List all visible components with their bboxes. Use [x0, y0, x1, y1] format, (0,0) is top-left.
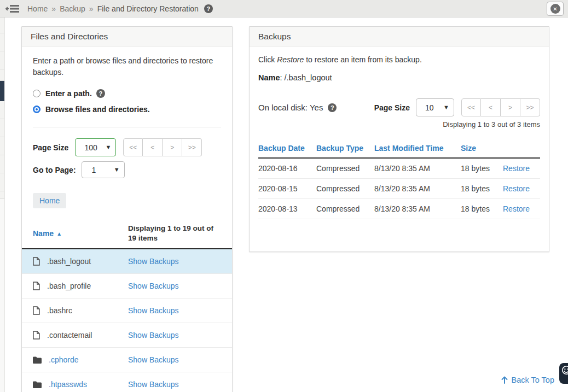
sidebar-item-active[interactable]: [0, 81, 4, 101]
backup-modified: 8/13/20 8:35 AM: [374, 204, 461, 213]
folder-row-htpasswds[interactable]: .htpasswds Show Backups: [22, 372, 232, 392]
folder-row-cphorde[interactable]: .cphorde Show Backups: [22, 348, 232, 372]
backup-modified: 8/13/20 8:35 AM: [374, 164, 461, 173]
show-backups-link[interactable]: Show Backups: [128, 257, 222, 266]
page-size-select-wrap: 100 ▼: [75, 138, 116, 156]
last-modified-header: Last Modified Time: [374, 144, 461, 153]
collapsed-sidebar[interactable]: [0, 17, 5, 392]
name-column-sort[interactable]: Name ▲: [33, 229, 128, 238]
sidebar-item[interactable]: [0, 51, 4, 69]
goto-page-select-wrap: 1 ▼: [82, 161, 125, 178]
files-panel-title: Files and Directories: [22, 27, 232, 46]
backup-row: 2020-08-15 Compressed 8/13/20 8:35 AM 18…: [258, 179, 540, 199]
sidebar-item[interactable]: [0, 191, 4, 199]
collapse-sidebar-button[interactable]: [5, 3, 20, 14]
next-page-button[interactable]: >: [501, 98, 520, 116]
breadcrumb-separator: »: [51, 4, 56, 13]
sidebar-item[interactable]: [0, 101, 4, 119]
backups-panel: Backups Click Restore to restore an item…: [249, 26, 549, 252]
on-local-disk-status: On local disk: Yes ?: [258, 103, 337, 112]
file-row-bash-profile[interactable]: .bash_profile Show Backups: [22, 274, 232, 299]
backups-table: Backup Date Backup Type Last Modified Ti…: [258, 144, 540, 219]
breadcrumb-backup-link[interactable]: Backup: [60, 4, 85, 13]
radio-unchecked-icon: [33, 90, 40, 97]
radio-enter-path[interactable]: Enter a path. ?: [33, 89, 221, 98]
restore-link[interactable]: Restore: [503, 164, 540, 173]
first-page-button[interactable]: <<: [461, 98, 481, 116]
breadcrumb-home-link[interactable]: Home: [27, 4, 48, 13]
files-and-directories-panel: Files and Directories Enter a path or br…: [21, 26, 233, 392]
backups-pagination: << < > >>: [461, 98, 540, 116]
file-icon: [33, 257, 40, 266]
file-row-contactemail[interactable]: .contactemail Show Backups: [22, 323, 232, 348]
page-size-label: Page Size: [33, 143, 68, 152]
backup-type: Compressed: [316, 184, 374, 193]
show-backups-link[interactable]: Show Backups: [128, 331, 222, 340]
sidebar-item[interactable]: [0, 155, 4, 173]
file-icon: [33, 306, 40, 315]
file-row-bash-logout[interactable]: .bash_logout Show Backups: [22, 249, 232, 274]
first-page-button[interactable]: <<: [123, 138, 143, 156]
backup-date: 2020-08-15: [258, 184, 316, 193]
close-icon: ✕: [550, 4, 560, 14]
show-backups-link[interactable]: Show Backups: [128, 355, 222, 364]
restore-link[interactable]: Restore: [503, 184, 540, 193]
prev-page-button[interactable]: <: [143, 138, 163, 156]
last-page-button[interactable]: >>: [520, 98, 540, 116]
prev-page-button[interactable]: <: [481, 98, 501, 116]
backup-size: 18 bytes: [461, 164, 503, 173]
enter-path-help-icon[interactable]: ?: [96, 89, 105, 98]
divider: [33, 127, 221, 127]
home-path-button[interactable]: Home: [33, 193, 66, 208]
backup-type: Compressed: [316, 204, 374, 213]
backups-intro: Click Restore to restore an item from it…: [258, 55, 540, 64]
sidebar-item[interactable]: [0, 119, 4, 137]
local-disk-help-icon[interactable]: ?: [328, 103, 337, 112]
breadcrumb-current-page: File and Directory Restoration: [97, 4, 199, 13]
file-name: .bash_profile: [47, 282, 91, 290]
file-name: .bash_logout: [47, 257, 91, 266]
sidebar-item[interactable]: [0, 17, 4, 33]
backups-page-size-label: Page Size: [374, 103, 410, 112]
show-backups-link[interactable]: Show Backups: [128, 282, 222, 290]
radio-checked-icon: [33, 106, 40, 113]
feedback-widget-button[interactable]: [559, 363, 568, 384]
last-page-button[interactable]: >>: [182, 138, 202, 156]
files-panel-intro: Enter a path or browse files and directo…: [33, 55, 221, 78]
file-row-bashrc[interactable]: .bashrc Show Backups: [22, 299, 232, 323]
file-name: .bashrc: [47, 306, 72, 315]
sidebar-item[interactable]: [0, 137, 4, 155]
breadcrumb: Home » Backup » File and Directory Resto…: [27, 4, 213, 13]
size-header: Size: [461, 144, 503, 153]
file-icon: [33, 331, 40, 340]
backup-modified: 8/13/20 8:35 AM: [374, 184, 461, 193]
show-backups-link[interactable]: Show Backups: [128, 380, 222, 389]
folder-name-link[interactable]: .cphorde: [49, 355, 78, 364]
page-help-icon[interactable]: ?: [204, 4, 213, 13]
goto-page-select[interactable]: 1: [82, 161, 125, 178]
radio-browse-files[interactable]: Browse files and directories.: [33, 105, 221, 114]
files-table: Name ▲ Displaying 1 to 19 out of 19 item…: [22, 221, 232, 392]
files-pagination: << < > >>: [123, 138, 202, 156]
close-page-button[interactable]: ✕: [547, 2, 564, 16]
radio-browse-files-label: Browse files and directories.: [45, 105, 150, 114]
sidebar-item[interactable]: [0, 69, 4, 81]
backup-type: Compressed: [316, 164, 374, 173]
arrow-up-icon: [501, 376, 508, 384]
selected-item-name: Name: /.bash_logout: [258, 73, 540, 82]
sidebar-item[interactable]: [0, 173, 4, 191]
next-page-button[interactable]: >: [163, 138, 182, 156]
backup-date: 2020-08-16: [258, 164, 316, 173]
back-to-top-link[interactable]: Back To Top: [501, 376, 554, 384]
sidebar-item[interactable]: [0, 33, 4, 51]
top-bar: Home » Backup » File and Directory Resto…: [0, 0, 568, 17]
files-table-header: Name ▲ Displaying 1 to 19 out of 19 item…: [22, 221, 232, 249]
backups-page-size-select[interactable]: 10: [416, 98, 454, 116]
show-backups-link[interactable]: Show Backups: [128, 306, 222, 315]
backup-row: 2020-08-16 Compressed 8/13/20 8:35 AM 18…: [258, 159, 540, 179]
restore-link[interactable]: Restore: [503, 204, 540, 213]
backup-type-header: Backup Type: [316, 144, 374, 153]
backup-date: 2020-08-13: [258, 204, 316, 213]
folder-name-link[interactable]: .htpasswds: [49, 380, 87, 389]
page-size-select[interactable]: 100: [75, 138, 116, 156]
